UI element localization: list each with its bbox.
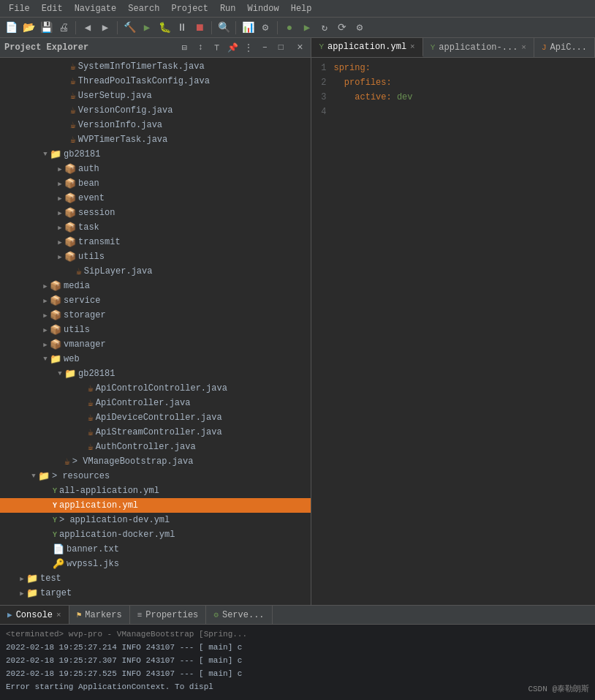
menu-navigate[interactable]: Navigate [69,2,123,15]
maximize-panel-icon[interactable]: □ [274,41,287,54]
tab-properties[interactable]: ≡ Properties [130,606,207,624]
menu-project[interactable]: Project [165,2,213,15]
main-area: Project Explorer ⊟ ↕ ⊤ 📌 ⋮ – □ × ☕ Syste… [0,38,595,605]
toolbar-ref2[interactable]: ⟳ [334,20,350,36]
editor-content[interactable]: 1 spring: 2 profiles: 3 active: dev 4 [311,58,595,605]
package-icon: 📦 [50,280,61,292]
watermark: CSDN @泰勒朗斯 [528,683,589,694]
tree-item-versioninfo[interactable]: ☕ VersionInfo.java [0,118,311,132]
toolbar-pause[interactable]: ⏸ [174,20,190,36]
tree-item-service[interactable]: ▶ 📦 service [0,293,311,308]
toolbar-new[interactable]: 📄 [3,20,19,36]
tree-item-apistream[interactable]: ☕ ApiStreamController.java [0,425,311,440]
line-number-4: 4 [311,107,333,117]
tree-item-threadpool[interactable]: ☕ ThreadPoolTaskConfig.java [0,74,311,89]
tree-item-apidevice[interactable]: ☕ ApiDeviceController.java [0,410,311,425]
toolbar-green[interactable]: ● [281,20,298,36]
tree-item-target[interactable]: ▶ 📁 target [0,586,311,601]
toolbar-print[interactable]: 🖨 [56,20,72,36]
tree-item-test[interactable]: ▶ 📁 test [0,571,311,586]
tree-label-web: web [64,354,80,364]
file-tree: ☕ SystemInfoTimerTask.java ☕ ThreadPoolT… [0,58,311,605]
toolbar-run2[interactable]: ▶ [299,20,315,36]
tree-item-wvpssl[interactable]: 🔑 wvpssl.jks [0,557,311,571]
tree-label-utils: utils [64,325,90,335]
filter-icon[interactable]: ⊤ [210,41,223,54]
console-line-1: 2022-02-18 19:25:27.214 INFO 243107 --- … [6,641,589,654]
toolbar-stop[interactable]: ⏹ [192,20,208,36]
tree-item-wvptimer[interactable]: ☕ WVPTimerTask.java [0,132,311,147]
menu-file[interactable]: File [3,2,36,15]
tree-item-usersetup[interactable]: ☕ UserSetup.java [0,89,311,103]
tab-application-tab2[interactable]: Y application-... × [423,38,534,57]
tab-console[interactable]: ▶ Console × [0,606,69,624]
close-panel-icon[interactable]: × [293,41,306,54]
tree-item-bean[interactable]: ▶ 📦 bean [0,176,311,191]
tab-console-label: Console [16,610,53,620]
toolbar-debug[interactable]: 🐛 [156,20,173,36]
toolbar-build[interactable]: 🔨 [121,20,137,36]
tree-item-event[interactable]: ▶ 📦 event [0,191,311,206]
tree-item-auth[interactable]: ▶ 📦 auth [0,162,311,176]
tree-item-transmit[interactable]: ▶ 📦 transmit [0,235,311,249]
tab-application-yml[interactable]: Y application.yml × [311,38,422,57]
tree-item-media[interactable]: ▶ 📦 media [0,279,311,293]
tree-item-systeminfo[interactable]: ☕ SystemInfoTimerTask.java [0,59,311,74]
toolbar-config[interactable]: ⚙ [352,20,368,36]
tree-item-vmanager[interactable]: ▶ 📦 vmanager [0,337,311,352]
tree-item-api[interactable]: ☕ ApiController.java [0,396,311,410]
tree-item-application-yml[interactable]: Y application.yml [0,498,311,513]
tab-servers[interactable]: ⚙ Serve... [206,606,272,624]
menu-search[interactable]: Search [122,2,165,15]
minimize-panel-icon[interactable]: – [258,41,271,54]
menu-edit[interactable]: Edit [36,2,69,15]
collapse-all-icon[interactable]: ⊟ [178,41,191,54]
code-text-2: profiles: [333,78,391,88]
tab-markers[interactable]: ⚑ Markers [69,606,130,624]
code-text-1: spring: [333,63,370,73]
pin-icon[interactable]: 📌 [226,41,239,54]
tree-item-versionconfig[interactable]: ☕ VersionConfig.java [0,103,311,118]
java-file-icon: ☕ [64,456,70,467]
toolbar-back[interactable]: ◀ [80,20,96,36]
tab-close-application-yml[interactable]: × [410,42,415,51]
tree-item-web[interactable]: ▼ 📁 web [0,352,311,366]
tree-item-apicontrol[interactable]: ☕ ApiControlController.java [0,381,311,396]
tree-item-gb28181[interactable]: ▼ 📁 gb28181 [0,147,311,162]
tree-item-banner[interactable]: 📄 banner.txt [0,542,311,557]
toolbar-save[interactable]: 💾 [38,20,54,36]
menu-window[interactable]: Window [241,2,284,15]
kebab-icon[interactable]: ⋮ [242,41,255,54]
tree-item-storager[interactable]: ▶ 📦 storager [0,308,311,323]
toolbar-forward[interactable]: ▶ [97,20,113,36]
toolbar-ref1[interactable]: ↻ [317,20,333,36]
tree-label-versionconfig: VersionConfig.java [78,105,173,116]
tree-item-web-gb28181[interactable]: ▼ 📁 gb28181 [0,366,311,381]
toolbar-run[interactable]: ▶ [139,20,155,36]
tree-item-utils-gb[interactable]: ▶ 📦 utils [0,249,311,264]
menu-help[interactable]: Help [285,2,318,15]
sync-icon[interactable]: ↕ [194,41,207,54]
toolbar-open[interactable]: 📂 [20,20,37,36]
tree-item-resources[interactable]: ▼ 📁 > resources [0,469,311,483]
java-file-icon: ☕ [88,412,94,424]
tree-item-utils[interactable]: ▶ 📦 utils [0,323,311,337]
tab-api[interactable]: J ApiC... [534,38,595,57]
toolbar-coverage[interactable]: 📊 [240,20,256,36]
tree-item-authctrl[interactable]: ☕ AuthController.java [0,440,311,454]
tab-close-console[interactable]: × [56,611,61,620]
tree-item-application-docker[interactable]: Y application-docker.yml [0,527,311,542]
tab-close-tab2[interactable]: × [521,43,526,52]
tree-item-task[interactable]: ▶ 📦 task [0,220,311,235]
tree-item-siplayer[interactable]: ☕ SipLayer.java [0,264,311,279]
toolbar-search[interactable]: 🔍 [216,20,232,36]
tree-item-all-application[interactable]: Y all-application.yml [0,483,311,498]
tree-item-session[interactable]: ▶ 📦 session [0,206,311,220]
tab-label-application-yml: application.yml [327,42,406,52]
tree-label-transmit: transmit [78,237,121,247]
tree-item-vmgr-bootstrap[interactable]: ☕ > VManageBootstrap.java [0,454,311,469]
tree-item-application-dev[interactable]: Y > application-dev.yml [0,513,311,527]
tree-label-media: media [64,281,90,291]
menu-run[interactable]: Run [214,2,242,15]
toolbar-profile[interactable]: ⚙ [257,20,273,36]
